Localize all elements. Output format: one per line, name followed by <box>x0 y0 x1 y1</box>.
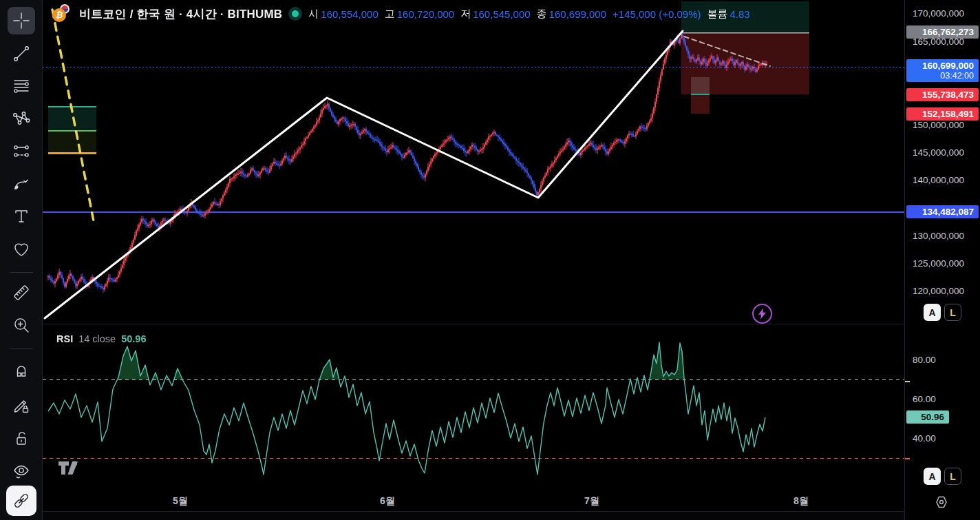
price-axis-tick: 140,000,000 <box>913 175 964 185</box>
quote-value: 160,720,000 <box>397 8 454 20</box>
quote-value: 160,545,000 <box>473 8 530 20</box>
quote-label: 고 <box>385 8 395 21</box>
rsi-title: RSI <box>56 333 73 344</box>
toolbar-divider <box>10 349 33 349</box>
lock-tool[interactable] <box>8 425 35 453</box>
price-badge: 160,699,00003:42:00 <box>906 59 979 82</box>
brush-icon <box>12 174 31 194</box>
log-scale-button[interactable]: L <box>944 304 961 321</box>
time-axis-label: 6월 <box>380 495 395 508</box>
band-tick <box>905 458 910 459</box>
magnet-icon <box>12 360 31 379</box>
price-axis-tick: 150,000,000 <box>913 120 964 130</box>
drawing-toolbar <box>0 0 43 520</box>
volume-label: 볼륨 <box>707 8 727 21</box>
forecast-tool[interactable] <box>8 138 35 165</box>
trend-line-tool[interactable] <box>8 40 35 67</box>
ohlc-quote-row: 시160,554,000고160,720,000저160,545,000종160… <box>308 8 749 21</box>
price-axis-tick: 145,000,000 <box>913 147 964 158</box>
price-badge: 155,738,473 <box>906 88 979 101</box>
rsi-axis-tick: 40.00 <box>913 433 936 444</box>
symbol-title[interactable]: 비트코인 / 한국 원 · 4시간 · BITHUMB <box>79 6 282 22</box>
text-icon <box>12 207 31 226</box>
quote-label: 시 <box>308 8 319 21</box>
quote-value: 160,699,000 <box>549 8 606 20</box>
symbol-logo: ₿ <box>51 4 73 23</box>
xabcd-pattern-icon <box>12 109 31 128</box>
fib-retracement-icon <box>12 76 31 96</box>
draw-lock-tool[interactable] <box>8 392 35 419</box>
price-badge: 134,482,087 <box>906 205 979 218</box>
band-tick <box>905 381 910 382</box>
price-axis[interactable]: 170,000,000165,000,000150,000,000145,000… <box>904 0 980 520</box>
volume-value: 4.83 <box>729 8 749 20</box>
change-value: +145,000 (+0.09%) <box>612 8 701 20</box>
tradingview-logo <box>58 459 83 480</box>
auto-scale-button[interactable]: A <box>924 468 941 485</box>
symbol-header: ₿ 비트코인 / 한국 원 · 4시간 · BITHUMB 시160,554,0… <box>51 3 750 24</box>
bitcoin-icon: ₿ <box>52 8 66 22</box>
time-axis-label: 7월 <box>584 495 599 508</box>
emoji-heart-tool[interactable] <box>8 236 35 263</box>
price-axis-tick: 130,000,000 <box>913 231 964 241</box>
quote-label: 저 <box>460 8 471 21</box>
rsi-indicator-header[interactable]: RSI 14 close 50.96 <box>56 333 146 344</box>
quote-label: 종 <box>537 8 547 21</box>
rsi-axis-tick: 80.00 <box>913 355 936 365</box>
auto-scale-button[interactable]: A <box>924 304 941 321</box>
trend-line-icon <box>12 44 31 63</box>
time-axis-label: 8월 <box>793 495 809 508</box>
hide-drawings-tool[interactable] <box>8 457 35 485</box>
pane-divider[interactable] <box>43 324 980 324</box>
rsi-value: 50.96 <box>121 333 146 344</box>
xabcd-pattern-tool[interactable] <box>8 105 35 132</box>
brush-tool[interactable] <box>8 170 35 198</box>
ruler-icon <box>12 283 31 302</box>
market-status-icon[interactable] <box>288 7 302 21</box>
price-axis-tick: 170,000,000 <box>913 8 964 19</box>
bottom-strip <box>0 511 980 520</box>
crosshair-tool[interactable] <box>8 7 35 34</box>
rsi-params: 14 close <box>78 333 116 344</box>
draw-lock-icon <box>12 396 31 415</box>
forecast-icon <box>12 142 31 161</box>
price-axis-tick: 120,000,000 <box>913 286 964 296</box>
price-badge: 152,158,491 <box>906 107 979 121</box>
magnet-tool[interactable] <box>8 356 35 384</box>
fib-retracement-tool[interactable] <box>8 72 35 100</box>
zoom-in-icon <box>12 315 31 335</box>
ruler-tool[interactable] <box>8 279 35 306</box>
price-axis-tick: 125,000,000 <box>913 258 964 269</box>
emoji-heart-icon <box>12 240 31 259</box>
flash-boost-icon[interactable] <box>752 304 772 324</box>
settings-icon[interactable] <box>933 494 950 510</box>
crosshair-icon <box>12 11 31 30</box>
main-chart-canvas[interactable] <box>43 0 904 324</box>
zoom-in-tool[interactable] <box>8 311 35 339</box>
hide-drawings-icon <box>12 461 31 481</box>
rsi-pane-canvas[interactable] <box>43 324 904 489</box>
time-axis[interactable]: 5월6월7월8월 <box>43 489 904 511</box>
time-axis-label: 5월 <box>173 495 188 508</box>
link-icon <box>12 491 31 510</box>
price-badge: 50.96 <box>906 410 949 424</box>
tradingview-chart-app: ₿ 비트코인 / 한국 원 · 4시간 · BITHUMB 시160,554,0… <box>0 0 980 520</box>
rsi-axis-tick: 60.00 <box>913 394 936 404</box>
log-scale-button[interactable]: L <box>944 468 961 485</box>
price-badge: 166,762,273 <box>906 25 979 39</box>
text-tool[interactable] <box>8 202 35 230</box>
lock-icon <box>12 429 31 448</box>
link-tool[interactable] <box>6 486 36 516</box>
quote-value: 160,554,000 <box>321 8 378 20</box>
toolbar-divider <box>10 272 33 273</box>
